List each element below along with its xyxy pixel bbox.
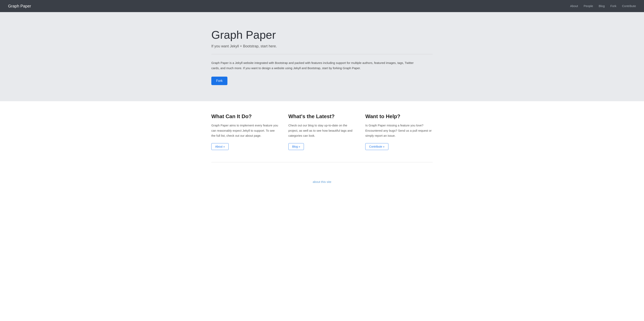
feature-2-button[interactable]: Contribute »: [365, 143, 388, 150]
feature-2-title: Want to Help?: [365, 113, 433, 120]
nav-links: About People Blog Fork Contribute: [570, 4, 636, 8]
nav-link-blog[interactable]: Blog: [599, 4, 605, 8]
nav-link-people[interactable]: People: [584, 4, 593, 8]
nav-link-fork[interactable]: Fork: [610, 4, 616, 8]
feature-1-title: What's the Latest?: [288, 113, 356, 120]
hero-title: Graph Paper: [211, 28, 433, 41]
footer: about this site: [0, 175, 644, 189]
feature-2-description: Is Graph Paper missing a feature you lov…: [365, 123, 433, 138]
hero-description: Graph Paper is a Jekyll website integrat…: [211, 60, 422, 71]
features-divider: [211, 162, 433, 162]
feature-what-can-it-do: What Can It Do? Graph Paper aims to impl…: [211, 113, 279, 150]
fork-button[interactable]: Fork: [211, 77, 228, 85]
hero-section: Graph Paper If you want Jekyll + Bootstr…: [0, 12, 644, 101]
features-grid: What Can It Do? Graph Paper aims to impl…: [211, 113, 433, 150]
feature-0-description: Graph Paper aims to implement every feat…: [211, 123, 279, 138]
nav-link-contribute[interactable]: Contribute: [622, 4, 636, 8]
feature-whats-the-latest: What's the Latest? Check out our blog to…: [288, 113, 356, 150]
nav-brand[interactable]: Graph Paper: [8, 4, 31, 9]
nav-link-about[interactable]: About: [570, 4, 578, 8]
feature-0-button[interactable]: About »: [211, 143, 228, 150]
hero-divider: [211, 54, 433, 54]
navbar: Graph Paper About People Blog Fork Contr…: [0, 0, 644, 12]
footer-about-link[interactable]: about this site: [313, 180, 332, 184]
features-section: What Can It Do? Graph Paper aims to impl…: [0, 101, 644, 175]
feature-want-to-help: Want to Help? Is Graph Paper missing a f…: [365, 113, 433, 150]
feature-0-title: What Can It Do?: [211, 113, 279, 120]
feature-1-description: Check out our blog to stay up-to-date on…: [288, 123, 356, 138]
feature-1-button[interactable]: Blog »: [288, 143, 304, 150]
hero-subtitle: If you want Jekyll + Bootstrap, start he…: [211, 44, 433, 48]
